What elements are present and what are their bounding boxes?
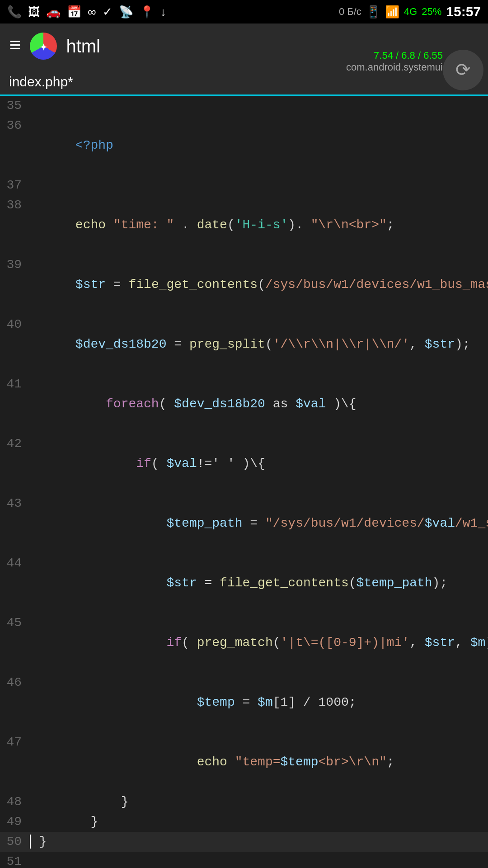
code-line-49: 49 } [0, 812, 488, 832]
battery-icon: 25% [422, 6, 441, 18]
app-logo: ✦ [30, 33, 57, 60]
hamburger-icon[interactable]: ≡ [9, 35, 21, 57]
code-line-42: 42 if( $val!=' ' )\{ [0, 434, 488, 494]
car-icon: 🚗 [46, 5, 61, 19]
code-line-40: 40 $dev_ds18b20 = preg_split('/\\r\\n|\\… [0, 315, 488, 374]
download-icon: ↓ [160, 5, 166, 19]
lte-icon: 4G [404, 6, 417, 18]
code-line-43: 43 $temp_path = "/sys/bus/w1/devices/$va… [0, 494, 488, 553]
performance-info: 7.54 / 6.8 / 6.55 com.android.systemui [346, 50, 443, 74]
code-line-44: 44 $str = file_get_contents($temp_path); [0, 553, 488, 613]
check-icon: ✓ [103, 5, 113, 19]
code-line-35: 35 [0, 96, 488, 116]
phone-icon: 📞 [7, 5, 22, 19]
code-line-36: 36 <?php [0, 116, 488, 175]
code-line-46: 46 $temp = $m[1] / 1000; [0, 673, 488, 732]
code-line-47: 47 echo "temp=$temp<br>\r\n"; [0, 732, 488, 792]
code-editor[interactable]: 35 36 <?php 37 38 echo "time: " . date('… [0, 96, 488, 868]
code-line-48: 48 } [0, 792, 488, 812]
phone-state-icon: 📱 [366, 5, 380, 19]
network-speed: 0 Б/с [339, 6, 361, 18]
status-icons-right: 0 Б/с 📱 📶 4G 25% 15:57 [339, 4, 481, 19]
code-line-37: 37 [0, 175, 488, 195]
code-line-38: 38 echo "time: " . date('H-i-s'). "\r\n<… [0, 195, 488, 255]
status-time: 15:57 [446, 4, 481, 19]
voicemail-icon: ∞ [88, 5, 96, 19]
photo-icon: 🖼 [28, 5, 40, 19]
cast-icon: 📡 [119, 5, 133, 19]
code-line-41: 41 foreach( $dev_ds18b20 as $val )\{ [0, 374, 488, 434]
app-header: ≡ ✦ html 7.54 / 6.8 / 6.55 com.android.s… [0, 24, 488, 69]
signal-icon: 📶 [385, 5, 399, 19]
code-line-51: 51 [0, 852, 488, 868]
calendar-icon: 📅 [67, 5, 81, 19]
status-icons-left: 📞 🖼 🚗 📅 ∞ ✓ 📡 📍 ↓ [7, 5, 166, 19]
app-title: html [66, 36, 100, 57]
status-bar: 📞 🖼 🚗 📅 ∞ ✓ 📡 📍 ↓ 0 Б/с 📱 📶 4G 25% 15:57 [0, 0, 488, 24]
code-line-39: 39 $str = file_get_contents(/sys/bus/w1/… [0, 255, 488, 315]
code-line-50: 50 } [0, 832, 488, 852]
header-menu-button[interactable]: ⟳ [443, 50, 483, 90]
location-icon: 📍 [140, 5, 154, 19]
tab-title[interactable]: index.php* [9, 74, 73, 90]
code-line-45: 45 if( preg_match('|t\=([0-9]+)|mi', $st… [0, 613, 488, 673]
